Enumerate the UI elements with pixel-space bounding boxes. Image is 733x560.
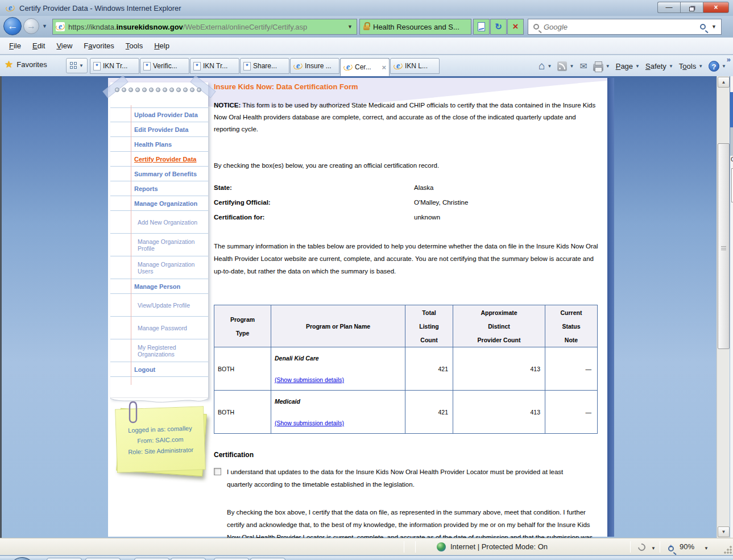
tab-ikn-tr-2[interactable]: *IKN Tr... [190,58,239,74]
sidebar-item-reports[interactable]: Reports [110,181,208,196]
logged-in-role: Role: Site Administrator [117,444,205,458]
search-input[interactable] [544,23,700,31]
certification-for-value: unknown [414,214,440,221]
resize-grip[interactable] [724,546,732,554]
stop-button[interactable]: × [507,19,524,35]
sidebar-item-logout[interactable]: Logout [110,362,208,377]
compatibility-chevron-icon[interactable]: ▼ [651,546,656,551]
ie-favicon-icon: e [343,63,353,72]
show-submission-details-link[interactable]: (Show submission details) [275,420,344,426]
zoom-level[interactable]: 90% [680,542,694,551]
scroll-up-button[interactable]: ▲ [718,77,730,88]
title-bar: e Certify Provider Data - Windows Intern… [0,0,733,16]
safety-menu-button[interactable]: Safety▼ [645,62,673,70]
sidebar-item-my-registered-organizations[interactable]: My Registered Organizations [110,339,208,362]
certifying-official-value: O'Malley, Christine [414,199,468,206]
sidebar-item-summary-of-benefits[interactable]: Summary of Benefits [110,167,208,181]
show-submission-details-link[interactable]: (Show submission details) [275,376,344,383]
restore-button[interactable] [680,2,703,13]
paperclip-icon [126,400,140,425]
feeds-button[interactable]: ▼ [557,61,574,71]
help-icon: ? [709,61,719,72]
sidebar-item-health-plans[interactable]: Health Plans [110,137,208,152]
taskbar-button[interactable] [250,558,285,560]
page-menu-button[interactable]: Page▼ [616,62,640,70]
certification-checkbox[interactable] [214,468,221,475]
certification-for-label: Certification for: [214,214,414,221]
internet-zone-globe-icon [437,542,446,551]
vertical-scrollbar[interactable]: ▲ ▼ [717,76,730,538]
compatibility-mode-icon[interactable] [636,542,647,552]
col-header-program-type: Program Type [214,305,271,347]
sidebar-item-add-new-organization[interactable]: Add New Organization [110,211,208,234]
quick-tabs-button[interactable]: ▼ [66,58,88,73]
menu-file[interactable]: File [3,39,27,52]
sidebar-item-manage-organization[interactable]: Manage Organization [110,196,208,211]
program-type-cell: BOTH [214,391,271,434]
help-button[interactable]: ?▼ [709,61,726,72]
menu-favorites[interactable]: Favorites [78,39,119,52]
tab-certify-active[interactable]: eCer...× [340,58,390,76]
command-bar: ⌂▼ ▼ ✉ ▼ Page▼ Safety▼ Tools▼ ?▼ [533,59,726,73]
sidebar-item-manage-organization-profile[interactable]: Manage Organization Profile [110,234,208,256]
search-go-icon[interactable] [700,24,706,30]
search-options-chevron-icon[interactable]: ▼ [711,24,717,30]
tools-menu-button[interactable]: Tools▼ [679,62,703,70]
scroll-down-button[interactable]: ▼ [718,526,730,537]
zoom-chevron-icon[interactable]: ▼ [704,546,709,551]
tab-verific[interactable]: *Verific... [140,58,189,74]
tab-insure[interactable]: eInsure ... [290,58,339,74]
sidebar-item-edit-provider-data[interactable]: Edit Provider Data [110,122,208,137]
read-mail-button[interactable]: ✉ [579,61,587,72]
sidebar-item-manage-organization-users[interactable]: Manage Organization Users [110,256,208,279]
sidebar-item-upload-provider-data[interactable]: Upload Provider Data [110,107,208,122]
ie-favicon-icon: e [394,61,403,70]
menu-tools[interactable]: Tools [120,39,148,52]
menu-help[interactable]: Help [148,39,175,52]
tab-ikn-l[interactable]: eIKN L... [390,58,440,74]
taskbar-button[interactable] [171,558,206,560]
security-certificate-badge[interactable]: Health Resources and S... [359,19,471,35]
sidebar-item-manage-person[interactable]: Manage Person [110,279,208,294]
tab-close-icon[interactable]: × [382,63,386,72]
compatibility-view-button[interactable] [473,19,490,35]
scrollbar-thumb[interactable] [718,143,730,349]
distinct-provider-count-cell: 413 [453,347,545,391]
print-button[interactable]: ▼ [593,61,610,71]
sidebar-notebook: Upload Provider Data Edit Provider Data … [110,82,208,399]
provider-summary-table: Program Type Program or Plan Name Total … [214,305,598,434]
menu-view[interactable]: View [51,39,78,52]
address-bar[interactable]: e https://ikndata.insurekidsnow.gov/WebE… [52,19,357,35]
refresh-icon: ↻ [495,22,502,31]
home-button[interactable]: ⌂▼ [539,60,552,72]
sidebar-item-manage-password[interactable]: Manage Password [110,317,208,339]
tab-ikn-tr-1[interactable]: *IKN Tr... [90,58,139,74]
minimize-button[interactable]: — [657,2,680,13]
menu-edit[interactable]: Edit [27,39,51,52]
toolbar-overflow-chevron-icon[interactable]: » [727,55,731,64]
sidebar-item-certify-provider-data[interactable]: Certify Provider Data [110,152,208,167]
taskbar-button[interactable] [134,558,169,560]
address-dropdown-icon[interactable]: ▼ [347,24,353,30]
zoom-icon[interactable]: + [668,544,674,554]
page-favicon-icon: e [56,22,65,31]
sidebar-item-view-update-profile[interactable]: View/Update Profile [110,294,208,317]
content-edge-shadow [607,78,614,537]
start-button-orb[interactable] [9,557,35,560]
taskbar-button[interactable] [85,558,121,560]
forward-button[interactable]: → [23,18,39,34]
taskbar-button[interactable] [47,558,82,560]
tab-share[interactable]: *Share... [240,58,289,74]
refresh-button[interactable]: ↻ [490,19,507,35]
document-favicon-icon: * [93,62,101,70]
search-box[interactable]: ▼ [528,19,722,35]
close-button[interactable]: × [703,2,729,13]
recent-pages-chevron-icon[interactable]: ▼ [42,23,47,29]
favorites-button[interactable]: ★ Favorites [5,59,47,70]
taskbar-button[interactable] [214,558,249,560]
scrollbar-grip-icon [721,246,726,250]
back-button[interactable]: ← [3,17,22,35]
favorites-label: Favorites [16,60,47,69]
state-label: State: [214,184,414,191]
ie-logo-icon: e [6,3,15,13]
